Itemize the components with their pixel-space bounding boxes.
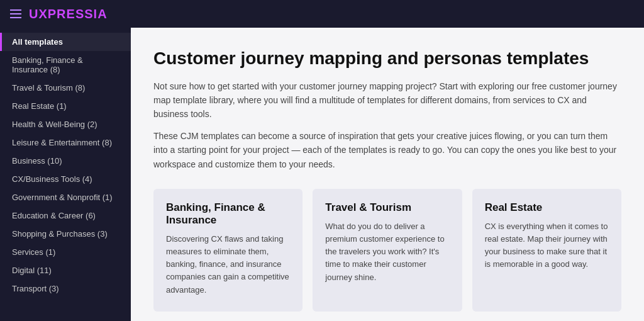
card-real-estate-title: Real Estate	[485, 201, 609, 214]
page-title: Customer journey mapping and personas te…	[153, 48, 621, 69]
sidebar-item-all-templates[interactable]: All templates	[0, 33, 131, 51]
card-real-estate[interactable]: Real Estate CX is everything when it com…	[472, 189, 621, 312]
hamburger-icon[interactable]	[10, 9, 21, 18]
card-banking-title: Banking, Finance & Insurance	[166, 201, 290, 227]
card-banking[interactable]: Banking, Finance & Insurance Discovering…	[153, 189, 303, 312]
sidebar-item-real-estate[interactable]: Real Estate (1)	[0, 97, 131, 115]
top-nav: UXPRESSIA	[0, 0, 644, 28]
sidebar-item-cx-tools[interactable]: CX/Business Tools (4)	[0, 170, 131, 188]
main-layout: All templatesBanking, Finance & Insuranc…	[0, 28, 644, 321]
card-real-estate-desc: CX is everything when it comes to real e…	[485, 220, 609, 271]
sidebar-item-government[interactable]: Government & Nonprofit (1)	[0, 188, 131, 206]
sidebar-item-shopping[interactable]: Shopping & Purchases (3)	[0, 225, 131, 243]
sidebar-item-transport[interactable]: Transport (3)	[0, 279, 131, 298]
cards-grid: Banking, Finance & Insurance Discovering…	[153, 189, 621, 312]
sidebar-item-health[interactable]: Health & Well-Being (2)	[0, 115, 131, 133]
page-desc-1: Not sure how to get started with your cu…	[153, 79, 621, 121]
sidebar-item-education[interactable]: Education & Career (6)	[0, 206, 131, 225]
sidebar-item-digital[interactable]: Digital (11)	[0, 261, 131, 279]
sidebar-item-services[interactable]: Services (1)	[0, 243, 131, 261]
sidebar-item-business[interactable]: Business (10)	[0, 152, 131, 170]
sidebar-item-banking[interactable]: Banking, Finance & Insurance (8)	[0, 51, 131, 79]
page-desc-2: These CJM templates can become a source …	[153, 129, 621, 171]
card-banking-desc: Discovering CX flaws and taking measures…	[166, 233, 290, 296]
card-travel[interactable]: Travel & Tourism What do you do to deliv…	[313, 189, 462, 312]
logo: UXPRESSIA	[29, 7, 108, 21]
content-area: Customer journey mapping and personas te…	[131, 28, 644, 321]
sidebar-item-travel[interactable]: Travel & Tourism (8)	[0, 79, 131, 97]
card-travel-desc: What do you do to deliver a premium cust…	[325, 220, 449, 284]
card-travel-title: Travel & Tourism	[325, 201, 449, 214]
sidebar-item-leisure[interactable]: Leisure & Entertainment (8)	[0, 133, 131, 152]
sidebar: All templatesBanking, Finance & Insuranc…	[0, 28, 131, 321]
